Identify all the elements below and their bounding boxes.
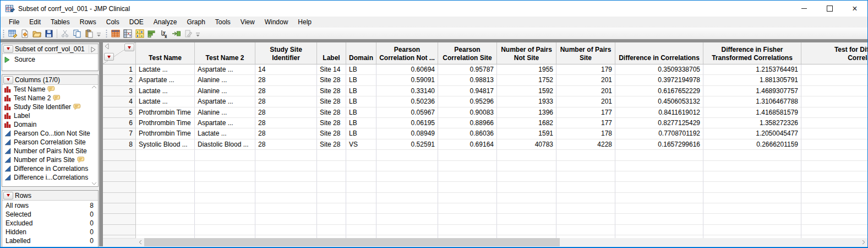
- table-cell[interactable]: Site 14: [317, 64, 346, 75]
- table-cell[interactable]: 1.358272326: [703, 118, 801, 128]
- menu-analyze[interactable]: Analyze: [149, 17, 182, 27]
- menu-file[interactable]: File: [4, 17, 24, 27]
- table-cell[interactable]: 0.60694: [376, 64, 438, 75]
- table-cell[interactable]: [801, 128, 867, 139]
- table-cell[interactable]: [255, 193, 317, 203]
- table-cell[interactable]: [195, 214, 255, 224]
- table-cell[interactable]: [136, 150, 195, 160]
- minimize-button[interactable]: [791, 1, 817, 17]
- table-cell[interactable]: 1591: [497, 128, 556, 139]
- rows-stat-row[interactable]: Selected0: [2, 209, 98, 218]
- table-cell[interactable]: [346, 161, 376, 171]
- row-number-cell[interactable]: [103, 150, 136, 160]
- table-cell[interactable]: [801, 64, 867, 75]
- column-header-difference-in-fisher-transformed-correlations[interactable]: Difference in FisherTransformed Correlat…: [703, 42, 801, 64]
- table-cell[interactable]: 0.6167652229: [615, 86, 703, 96]
- table-cell[interactable]: 0.8411619012: [615, 107, 703, 118]
- rows-stat-row[interactable]: Labelled0: [2, 236, 98, 245]
- table-cell[interactable]: [255, 161, 317, 171]
- table-cell[interactable]: [317, 171, 346, 182]
- scrollbar-thumb[interactable]: [144, 238, 560, 246]
- table-cell[interactable]: LB: [346, 107, 376, 118]
- table-cell[interactable]: [556, 193, 615, 203]
- table-cell[interactable]: [376, 225, 438, 235]
- row-number-cell[interactable]: [103, 193, 136, 203]
- table-cell[interactable]: [438, 203, 497, 214]
- table-cell[interactable]: [317, 182, 346, 192]
- column-header-domain[interactable]: Domain: [346, 42, 376, 64]
- table-cell[interactable]: [376, 161, 438, 171]
- columns-list-item[interactable]: Difference i...Correlations: [2, 173, 98, 182]
- column-header-number-of-pairs-not-site[interactable]: Number of PairsNot Site: [497, 42, 556, 64]
- table-cell[interactable]: Alanine ...: [195, 86, 255, 96]
- columns-list-item[interactable]: Test Name: [2, 85, 98, 94]
- table-cell[interactable]: [195, 193, 255, 203]
- table-cell[interactable]: Site 28: [317, 75, 346, 85]
- paste-icon[interactable]: [83, 28, 95, 39]
- table-cell[interactable]: 1.4689307757: [703, 86, 801, 96]
- table-cell[interactable]: [801, 214, 867, 224]
- table-cell[interactable]: [703, 203, 801, 214]
- table-cell[interactable]: [615, 203, 703, 214]
- table-cell[interactable]: [615, 225, 703, 235]
- table-cell[interactable]: 0.8277125429: [615, 118, 703, 128]
- menu-tables[interactable]: Tables: [46, 17, 75, 27]
- column-header-test-name[interactable]: Test Name: [136, 42, 195, 64]
- maximize-button[interactable]: [817, 1, 842, 17]
- table-cell[interactable]: 1.3106467788: [703, 96, 801, 107]
- table-cell[interactable]: [556, 161, 615, 171]
- sidebar-table-splitter[interactable]: [99, 42, 103, 246]
- table-cell[interactable]: 0.3509338705: [615, 64, 703, 75]
- table-cell[interactable]: [346, 203, 376, 214]
- table-cell[interactable]: [497, 193, 556, 203]
- table-cell[interactable]: [438, 150, 497, 160]
- table-cell[interactable]: [703, 182, 801, 192]
- table-cell[interactable]: [376, 193, 438, 203]
- close-button[interactable]: ×: [842, 1, 867, 17]
- columns-list-item[interactable]: Pearson Correlation Site: [2, 138, 98, 147]
- table-cell[interactable]: [136, 161, 195, 171]
- table-cell[interactable]: 1933: [497, 96, 556, 107]
- rows-stat-row[interactable]: Hidden0: [2, 227, 98, 236]
- table-cell[interactable]: LB: [346, 86, 376, 96]
- table-cell[interactable]: [255, 214, 317, 224]
- table-cell[interactable]: 0.33140: [376, 86, 438, 96]
- table-cell[interactable]: [136, 203, 195, 214]
- table-cell[interactable]: [195, 182, 255, 192]
- table-cell[interactable]: 0.86036: [438, 128, 497, 139]
- table-cell[interactable]: [703, 225, 801, 235]
- table-cell[interactable]: [556, 203, 615, 214]
- table-cell[interactable]: [615, 193, 703, 203]
- table-cell[interactable]: 0.1657299616: [615, 139, 703, 150]
- collapse-row-headers-icon[interactable]: [104, 43, 110, 51]
- table-cell[interactable]: Aspartate ...: [195, 64, 255, 75]
- data-table-icon[interactable]: [110, 28, 122, 39]
- table-cell[interactable]: 0.59091: [376, 75, 438, 85]
- column-header-pearson-correlation-site[interactable]: PearsonCorrelation Site: [438, 42, 497, 64]
- table-cell[interactable]: [317, 161, 346, 171]
- table-cell[interactable]: [703, 171, 801, 182]
- table-cell[interactable]: 1752: [497, 75, 556, 85]
- menu-cols[interactable]: Cols: [101, 17, 124, 27]
- source-script-row[interactable]: Source: [2, 54, 98, 65]
- edit-script-icon[interactable]: [182, 28, 194, 39]
- row-number-cell[interactable]: 1: [103, 64, 136, 75]
- menu-graph[interactable]: Graph: [182, 17, 210, 27]
- fit-y-by-x-icon[interactable]: yx: [158, 28, 170, 39]
- table-cell[interactable]: [195, 225, 255, 235]
- table-cell[interactable]: 201: [556, 86, 615, 96]
- table-cell[interactable]: [497, 182, 556, 192]
- table-cell[interactable]: [801, 182, 867, 192]
- table-cell[interactable]: [801, 86, 867, 96]
- table-cell[interactable]: [801, 75, 867, 85]
- table-cell[interactable]: [346, 182, 376, 192]
- row-number-cell[interactable]: 2: [103, 75, 136, 85]
- table-cell[interactable]: Lactate ...: [136, 86, 195, 96]
- table-cell[interactable]: 0.98813: [438, 75, 497, 85]
- table-cell[interactable]: [615, 161, 703, 171]
- table-cell[interactable]: [801, 171, 867, 182]
- table-cell[interactable]: Prothrombin Time: [136, 128, 195, 139]
- table-cell[interactable]: 0.88966: [438, 118, 497, 128]
- scroll-down-icon[interactable]: [91, 182, 97, 185]
- columns-scrollbar[interactable]: [90, 85, 97, 185]
